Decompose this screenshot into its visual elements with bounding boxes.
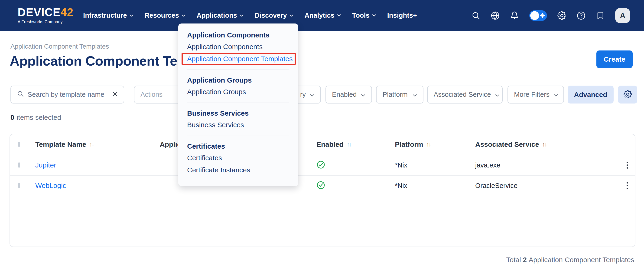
selection-count: 0items selected (10, 113, 61, 121)
templates-table: Template Name↑↓ Applica Enabled↑↓ Platfo… (10, 134, 636, 247)
nav-resources[interactable]: Resources (145, 12, 186, 19)
bookmark-icon[interactable] (596, 11, 605, 20)
menu-item-certificate-instances[interactable]: Certificate Instances (187, 164, 298, 176)
menu-item-application-components[interactable]: Application Components (187, 41, 298, 53)
menu-item-application-component-templates[interactable]: Application Component Templates (187, 53, 298, 65)
table-header-row: Template Name↑↓ Applica Enabled↑↓ Platfo… (10, 134, 635, 155)
row-kebab-menu[interactable] (625, 181, 629, 191)
sun-icon (540, 13, 545, 19)
select-all-checkbox[interactable] (18, 142, 20, 147)
topbar: DEVICE42 A Freshworks Company Infrastruc… (0, 0, 644, 31)
logo-device-text: DEVICE (18, 6, 60, 18)
associated-service-value: java.exe (475, 162, 500, 169)
row-kebab-menu[interactable] (625, 160, 629, 170)
sort-icon[interactable]: ↑↓ (347, 141, 351, 148)
row-checkbox[interactable] (18, 183, 20, 188)
menu-section-header: Application Components (187, 30, 298, 41)
chevron-down-icon (361, 91, 366, 98)
menu-section-header: Certificates (187, 141, 298, 152)
chevron-down-icon (337, 14, 341, 17)
advanced-button[interactable]: Advanced (568, 86, 614, 103)
column-header-template-name[interactable]: Template Name↑↓ (35, 141, 94, 149)
total-count-number: 2 (523, 256, 527, 263)
sort-icon[interactable]: ↑↓ (542, 141, 546, 148)
platform-value: *Nix (395, 162, 407, 169)
column-header-associated-service[interactable]: Associated Service↑↓ (475, 141, 546, 149)
chevron-down-icon (412, 91, 417, 98)
settings-gear-icon[interactable] (558, 11, 566, 20)
breadcrumb[interactable]: Application Component Templates (10, 43, 109, 50)
row-checkbox[interactable] (18, 162, 20, 168)
nav-discovery[interactable]: Discovery (255, 12, 294, 19)
chevron-down-icon (240, 14, 244, 17)
logo-tagline: A Freshworks Company (18, 20, 73, 25)
menu-divider (187, 103, 289, 103)
menu-item-certificates[interactable]: Certificates (187, 152, 298, 164)
create-button[interactable]: Create (596, 51, 632, 68)
menu-item-application-groups[interactable]: Application Groups (187, 86, 298, 98)
menu-section-header: Application Groups (187, 75, 298, 86)
nav-applications[interactable]: Applications (197, 12, 244, 19)
platform-value: *Nix (395, 182, 407, 190)
template-link[interactable]: Jupiter (35, 161, 56, 169)
nav-tools[interactable]: Tools (352, 12, 376, 19)
nav-infrastructure[interactable]: Infrastructure (83, 12, 134, 19)
menu-divider (187, 135, 289, 136)
search-input[interactable] (28, 91, 108, 98)
nav-insights[interactable]: Insights+ (387, 12, 417, 19)
enabled-check-icon (316, 181, 325, 191)
chevron-down-icon (310, 91, 314, 98)
column-header-platform[interactable]: Platform↑↓ (395, 141, 431, 149)
associated-service-value: OracleService (475, 182, 518, 190)
theme-toggle[interactable] (529, 10, 547, 21)
total-count: Total 2 Application Component Templates (506, 256, 634, 264)
search-icon (17, 90, 24, 99)
table-row: WebLogic *Nix OracleService (10, 176, 635, 196)
device42-logo[interactable]: DEVICE42 A Freshworks Company (18, 7, 73, 25)
chevron-down-icon (495, 91, 500, 98)
chevron-down-icon (182, 14, 186, 17)
sort-icon[interactable]: ↑↓ (90, 141, 94, 148)
main-nav: Infrastructure Resources Applications Di… (83, 12, 417, 19)
menu-section-header: Business Services (187, 108, 298, 119)
table-row: Jupiter *Nix java.exe (10, 155, 635, 176)
more-filters-dropdown[interactable]: More Filters (508, 86, 564, 103)
logo-42-text: 42 (60, 6, 73, 18)
chevron-down-icon (554, 91, 558, 98)
associated-service-filter-dropdown[interactable]: Associated Service (427, 86, 502, 103)
applications-dropdown-menu: Application Components Application Compo… (178, 24, 298, 186)
avatar-letter: A (620, 12, 625, 20)
toggle-knob-icon (530, 11, 539, 20)
template-link[interactable]: WebLogic (35, 182, 66, 190)
nav-analytics[interactable]: Analytics (304, 12, 341, 19)
menu-item-business-services[interactable]: Business Services (187, 119, 298, 131)
notifications-bell-icon[interactable] (510, 11, 519, 20)
help-icon[interactable] (577, 11, 586, 20)
sort-icon[interactable]: ↑↓ (426, 141, 431, 148)
clear-search-icon[interactable] (112, 91, 118, 98)
platform-filter-dropdown[interactable]: Platform (376, 86, 424, 103)
search-icon[interactable] (472, 11, 480, 20)
globe-icon[interactable] (491, 11, 500, 20)
chevron-down-icon (130, 14, 134, 17)
selection-count-number: 0 (10, 113, 14, 121)
gear-icon (624, 90, 632, 99)
chevron-down-icon (372, 14, 376, 17)
chevron-down-icon (290, 14, 294, 17)
menu-divider (187, 70, 289, 70)
column-header-enabled[interactable]: Enabled↑↓ (316, 141, 351, 149)
topbar-actions: A (472, 8, 630, 23)
table-settings-button[interactable] (618, 86, 637, 103)
enabled-check-icon (316, 160, 325, 170)
user-avatar[interactable]: A (615, 8, 630, 23)
logo-wordmark: DEVICE42 (18, 7, 73, 18)
template-search-field[interactable] (10, 86, 124, 103)
enabled-filter-dropdown[interactable]: Enabled (326, 86, 372, 103)
